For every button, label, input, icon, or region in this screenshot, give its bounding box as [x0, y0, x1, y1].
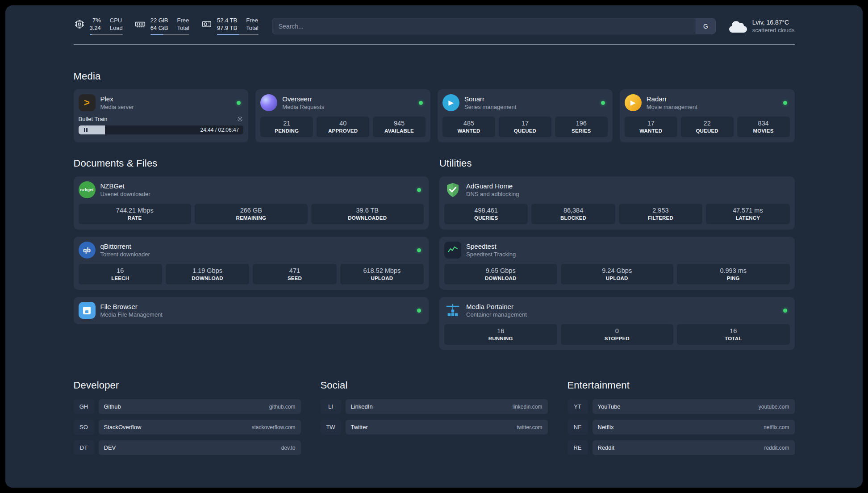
search-input[interactable] — [272, 18, 696, 34]
service-subtitle: Container management — [466, 311, 527, 318]
stat-pending: 21PENDING — [260, 117, 313, 137]
service-subtitle: Speedtest Tracking — [466, 251, 516, 258]
stat-blocked: 86,384BLOCKED — [531, 204, 615, 224]
status-dot — [417, 248, 421, 252]
service-title: NZBGet — [100, 182, 150, 190]
pause-icon[interactable] — [84, 128, 88, 132]
bookmark-name: Netflix — [598, 424, 614, 430]
stat-wanted: 485WANTED — [442, 117, 495, 137]
status-dot — [783, 309, 787, 313]
stat-download: 1.19 GbpsDOWNLOAD — [166, 264, 249, 284]
service-card-portainer[interactable]: Media Portainer Container management 16R… — [439, 297, 795, 350]
bookmark-group-developer: Developer GH Githubgithub.com SO StackOv… — [74, 380, 301, 455]
radarr-icon: ▶ — [625, 94, 642, 111]
cpu-widget: 7% CPU 3.24 Load — [74, 17, 123, 35]
bookmark-linkedin[interactable]: LI LinkedInlinkedin.com — [321, 399, 548, 414]
playback-progress-bar[interactable]: 24:44 / 02:06:47 — [79, 125, 244, 134]
search-provider-button[interactable]: G — [696, 18, 715, 34]
gear-icon[interactable] — [237, 116, 243, 122]
cpu-load-label: Load — [110, 25, 123, 31]
stat-leech: 16LEECH — [79, 264, 162, 284]
bookmark-url: github.com — [269, 404, 296, 410]
bookmark-url: twitter.com — [517, 424, 542, 430]
bookmark-reddit[interactable]: RE Redditreddit.com — [568, 440, 795, 455]
stat-remaining: 266 GBREMAINING — [195, 204, 308, 224]
service-card-speedtest[interactable]: Speedtest Speedtest Tracking 9.65 GbpsDO… — [439, 237, 795, 290]
topbar-divider — [74, 44, 795, 45]
bookmark-url: stackoverflow.com — [251, 424, 295, 430]
stat-wanted: 17WANTED — [625, 117, 677, 137]
service-subtitle: DNS and adblocking — [466, 191, 519, 197]
cpu-icon — [74, 18, 85, 30]
memory-total-label: Total — [177, 25, 189, 31]
bookmark-abbr: RE — [568, 440, 588, 455]
service-card-nzbget[interactable]: nzbget NZBGet Usenet downloader 744.21 M… — [74, 176, 429, 230]
service-subtitle: Media server — [100, 104, 134, 110]
bookmark-name: Twitter — [351, 424, 368, 430]
bookmark-abbr: NF — [568, 420, 588, 435]
status-dot — [237, 101, 241, 105]
portainer-icon — [444, 302, 461, 319]
service-card-qbittorrent[interactable]: qb qBittorrent Torrent downloader 16LEEC… — [74, 237, 429, 290]
service-card-adguard[interactable]: AdGuard Home DNS and adblocking 498,461Q… — [439, 176, 795, 230]
disk-free-label: Free — [246, 17, 258, 24]
bookmark-netflix[interactable]: NF Netflixnetflix.com — [568, 420, 795, 435]
bookmark-name: Github — [104, 403, 121, 410]
service-title: Speedtest — [466, 242, 516, 250]
stat-queries: 498,461QUERIES — [444, 204, 528, 224]
bookmark-github[interactable]: GH Githubgithub.com — [74, 399, 301, 414]
service-title: File Browser — [100, 303, 163, 310]
nzbget-icon: nzbget — [79, 181, 96, 198]
section-heading-media: Media — [74, 71, 795, 82]
stat-filtered: 2,953FILTERED — [619, 204, 702, 224]
service-subtitle: Media File Management — [100, 311, 163, 318]
disk-widget: 52.4 TB Free 97.9 TB Total — [201, 17, 259, 35]
status-dot — [783, 101, 787, 105]
bookmark-twitter[interactable]: TW Twittertwitter.com — [321, 420, 548, 435]
bookmark-url: dev.to — [281, 445, 296, 451]
disk-progress-fill — [217, 34, 239, 35]
bookmark-group-social: Social LI LinkedInlinkedin.com TW Twitte… — [321, 380, 548, 435]
service-title: Radarr — [647, 95, 697, 103]
bookmark-stackoverflow[interactable]: SO StackOverflowstackoverflow.com — [74, 420, 301, 435]
service-card-plex[interactable]: > Plex Media server Bullet Train — [74, 89, 249, 142]
section-media: Media > Plex Media server Bullet Tr — [74, 71, 795, 142]
service-title: Media Portainer — [466, 303, 527, 310]
stat-stopped: 0STOPPED — [561, 324, 674, 345]
cpu-progress-bar — [90, 34, 123, 35]
stat-download: 9.65 GbpsDOWNLOAD — [444, 264, 557, 284]
filebrowser-icon — [79, 302, 96, 319]
service-subtitle: Usenet downloader — [100, 191, 150, 197]
bookmark-dev[interactable]: DT DEVdev.to — [74, 440, 301, 455]
stat-ping: 0.993 msPING — [677, 264, 790, 284]
sonarr-icon: ▶ — [442, 94, 459, 111]
memory-free-label: Free — [177, 17, 189, 24]
speedtest-icon — [444, 242, 461, 259]
weather-location: Lviv, 16.87°C — [752, 19, 795, 26]
stat-series: 196SERIES — [555, 117, 608, 137]
cloud-icon — [729, 26, 747, 33]
service-card-overseerr[interactable]: Overseerr Media Requests 21PENDING 40APP… — [255, 89, 430, 142]
weather-widget: Lviv, 16.87°C scattered clouds — [729, 19, 795, 33]
bookmark-name: YouTube — [598, 403, 621, 410]
stat-rate: 744.21 MbpsRATE — [79, 204, 192, 224]
section-heading-developer: Developer — [74, 380, 301, 391]
bookmark-group-entertainment: Entertainment YT YouTubeyoutube.com NF N… — [568, 380, 795, 455]
service-card-radarr[interactable]: ▶ Radarr Movie management 17WANTED 22QUE… — [620, 89, 795, 142]
bookmark-abbr: GH — [74, 399, 94, 414]
stat-seed: 471SEED — [253, 264, 336, 284]
service-card-filebrowser[interactable]: File Browser Media File Management — [74, 297, 429, 324]
topbar: 7% CPU 3.24 Load 22 GiB — [74, 17, 795, 35]
bookmark-abbr: TW — [321, 420, 341, 435]
disk-icon — [201, 18, 213, 30]
bookmark-url: linkedin.com — [513, 404, 542, 410]
service-card-sonarr[interactable]: ▶ Sonarr Series management 485WANTED 17Q… — [438, 89, 613, 142]
memory-total-value: 64 GiB — [150, 25, 168, 31]
service-subtitle: Media Requests — [282, 104, 324, 110]
bookmark-youtube[interactable]: YT YouTubeyoutube.com — [568, 399, 795, 414]
bookmark-abbr: DT — [74, 440, 94, 455]
bookmark-name: LinkedIn — [351, 403, 373, 410]
bookmark-url: netflix.com — [764, 424, 789, 430]
stat-running: 16RUNNING — [444, 324, 557, 345]
cpu-load-value: 3.24 — [90, 25, 101, 31]
